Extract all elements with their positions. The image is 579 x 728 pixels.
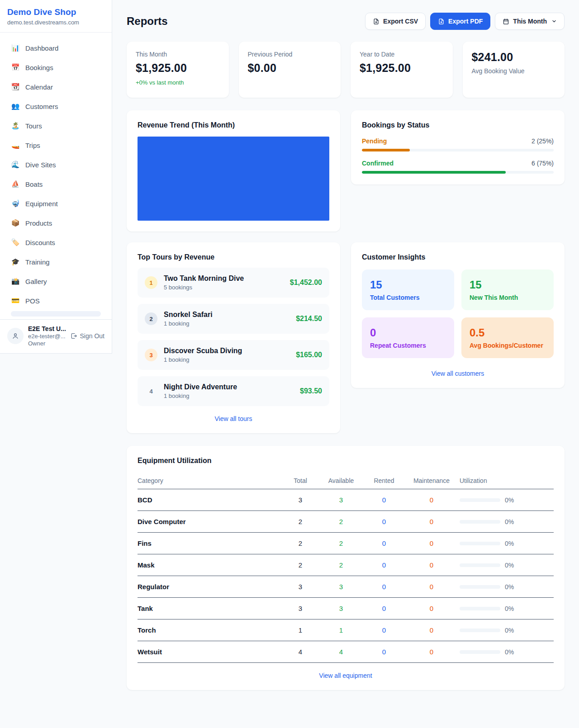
- col-utilization: Utilization: [459, 477, 554, 484]
- tour-name: Night Dive Adventure: [164, 383, 294, 391]
- stat-value: $241.00: [472, 51, 556, 64]
- sidebar-item-calendar[interactable]: 📆Calendar: [5, 78, 106, 96]
- sidebar-item-label: Discounts: [25, 239, 55, 246]
- equipment-total: 2: [282, 539, 318, 547]
- sidebar-item-label: Tours: [25, 122, 42, 130]
- sidebar-item-discounts[interactable]: 🏷️Discounts: [5, 233, 106, 251]
- tile-value: 0.5: [470, 326, 546, 339]
- utilization-percent: 0%: [505, 627, 514, 634]
- sidebar-item-customers[interactable]: 👥Customers: [5, 97, 106, 115]
- equipment-rented: 0: [364, 605, 404, 612]
- sidebar-item-products[interactable]: 📦Products: [5, 214, 106, 232]
- view-all-equipment-link[interactable]: View all equipment: [138, 672, 554, 679]
- sidebar-item-trips[interactable]: 🚤Trips: [5, 136, 106, 154]
- sidebar-item-equipment[interactable]: 🤿Equipment: [5, 194, 106, 213]
- tour-amount: $1,452.00: [290, 279, 322, 287]
- sidebar-item-reports-partial[interactable]: [11, 311, 101, 317]
- period-label: This Month: [513, 18, 547, 25]
- equipment-available: 3: [318, 496, 364, 504]
- export-pdf-button[interactable]: Export PDF: [430, 13, 490, 30]
- stat-cards: This Month $1,925.00 +0% vs last month P…: [127, 42, 565, 98]
- page-title: Reports: [127, 15, 168, 28]
- stat-delta: +0% vs last month: [136, 79, 220, 86]
- sidebar-item-dashboard[interactable]: 📊Dashboard: [5, 39, 106, 57]
- stat-label: This Month: [136, 51, 220, 58]
- sidebar-item-label: Equipment: [25, 200, 58, 208]
- equipment-table: Category Total Available Rented Maintena…: [138, 472, 554, 663]
- equipment-maintenance: 0: [404, 539, 459, 547]
- equipment-available: 2: [318, 561, 364, 569]
- equipment-rented: 0: [364, 539, 404, 547]
- equipment-category: Tank: [138, 605, 282, 612]
- utilization-bar: [460, 520, 500, 524]
- tile-label: New This Month: [470, 294, 546, 301]
- sidebar-item-tours[interactable]: 🏝️Tours: [5, 117, 106, 135]
- progress-fill-pending: [362, 149, 410, 151]
- status-value-confirmed: 6 (75%): [532, 160, 554, 167]
- table-header-row: Category Total Available Rented Maintena…: [138, 472, 554, 489]
- tour-bookings: 1 booking: [164, 320, 290, 327]
- equipment-maintenance: 0: [404, 496, 459, 504]
- person-icon: [11, 332, 19, 340]
- sidebar-item-gallery[interactable]: 📸Gallery: [5, 272, 106, 290]
- sidebar-item-label: Bookings: [25, 64, 53, 71]
- equipment-maintenance: 0: [404, 583, 459, 591]
- status-label-pending: Pending: [362, 137, 387, 145]
- sidebar-header: Demo Dive Shop demo.test.divestreams.com: [0, 0, 112, 33]
- stat-label: Previous Period: [248, 51, 332, 58]
- equipment-total: 1: [282, 626, 318, 634]
- utilization-percent: 0%: [505, 562, 514, 569]
- tour-amount: $93.50: [300, 387, 322, 395]
- pos-icon: 💳: [11, 297, 20, 305]
- equipment-utilization-card: Equipment Utilization Category Total Ava…: [127, 446, 565, 690]
- stat-card-avg-booking-value: $241.00 Avg Booking Value: [463, 42, 565, 98]
- stat-card-year-to-date: Year to Date $1,925.00: [351, 42, 453, 98]
- export-pdf-label: Export PDF: [448, 18, 483, 25]
- period-dropdown[interactable]: This Month: [495, 13, 565, 30]
- equipment-rented: 0: [364, 648, 404, 656]
- rank-badge: 1: [145, 276, 157, 289]
- tour-name: Discover Scuba Diving: [164, 347, 290, 355]
- equipment-maintenance: 0: [404, 605, 459, 612]
- equipment-category: Dive Computer: [138, 518, 282, 525]
- utilization-bar: [460, 650, 500, 654]
- bookings-icon: 📅: [11, 63, 20, 71]
- sidebar-item-dive-sites[interactable]: 🌊Dive Sites: [5, 156, 106, 174]
- revenue-trend-title: Revenue Trend (This Month): [138, 121, 329, 129]
- equipment-total: 4: [282, 648, 318, 656]
- tile-total-customers: 15 Total Customers: [362, 269, 454, 310]
- export-csv-button[interactable]: Export CSV: [365, 13, 426, 30]
- sidebar-item-label: Gallery: [25, 278, 47, 285]
- stat-value: $1,925.00: [360, 61, 444, 75]
- col-available: Available: [318, 477, 364, 484]
- top-tours-card: Top Tours by Revenue 1 Two Tank Morning …: [127, 242, 340, 433]
- user-info: E2E Test U... e2e-tester@... Owner: [28, 325, 66, 347]
- stat-value: $0.00: [248, 61, 332, 75]
- view-all-tours-link[interactable]: View all tours: [138, 415, 329, 422]
- tours-icon: 🏝️: [11, 122, 20, 130]
- insight-tiles: 15 Total Customers 15 New This Month 0 R…: [362, 269, 554, 358]
- sidebar-item-bookings[interactable]: 📅Bookings: [5, 58, 106, 76]
- equipment-icon: 🤿: [11, 199, 20, 208]
- equipment-total: 3: [282, 583, 318, 591]
- gallery-icon: 📸: [11, 277, 20, 285]
- avatar: [7, 328, 24, 344]
- tour-name: Two Tank Morning Dive: [164, 274, 284, 283]
- tour-row: 2 Snorkel Safari1 booking $214.50: [138, 304, 329, 334]
- sidebar-item-label: Calendar: [25, 83, 53, 91]
- status-group-pending: Pending 2 (25%): [362, 137, 554, 151]
- progress-fill-confirmed: [362, 171, 506, 174]
- tile-label: Total Customers: [370, 294, 446, 301]
- sidebar-item-boats[interactable]: ⛵Boats: [5, 175, 106, 193]
- tour-row: 4 Night Dive Adventure1 booking $93.50: [138, 376, 329, 406]
- sidebar-item-pos[interactable]: 💳POS: [5, 292, 106, 310]
- sign-out-button[interactable]: Sign Out: [70, 332, 104, 340]
- sidebar-nav: 📊Dashboard 📅Bookings 📆Calendar 👥Customer…: [0, 33, 112, 319]
- equipment-rented: 0: [364, 561, 404, 569]
- table-row: Mask 2 2 0 0 0%: [138, 554, 554, 576]
- utilization-percent: 0%: [505, 540, 514, 547]
- view-all-customers-link[interactable]: View all customers: [362, 370, 554, 377]
- equipment-category: Fins: [138, 539, 282, 547]
- sidebar-item-training[interactable]: 🎓Training: [5, 253, 106, 271]
- rank-badge: 4: [145, 385, 157, 397]
